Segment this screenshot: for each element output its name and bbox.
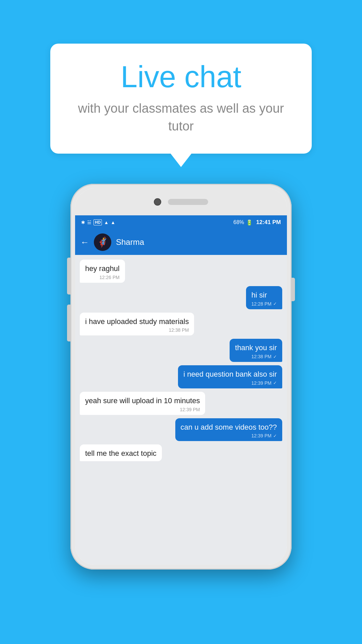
message-time: 12:39 PM (180, 407, 200, 412)
phone-screen: ✱ ☱ HD ▲ ▲ 68% 🔋 12:41 PM ← (75, 215, 287, 565)
status-bar: ✱ ☱ HD ▲ ▲ 68% 🔋 12:41 PM (75, 215, 287, 229)
avatar-icon: 🦸 (97, 237, 109, 247)
message-text: yeah sure will upload in 10 minutes (85, 396, 200, 406)
message-row: hi sir12:28 PM✓ (80, 286, 282, 309)
speech-bubble: Live chat with your classmates as well a… (50, 44, 312, 154)
message-time: 12:38 PM (169, 327, 189, 333)
message-row: can u add some videos too??12:39 PM✓ (80, 418, 282, 441)
phone-speaker (168, 199, 208, 205)
battery-icon: 🔋 (246, 219, 253, 226)
message-checkmark: ✓ (273, 301, 277, 306)
front-camera (154, 198, 161, 206)
message-meta: 12:39 PM✓ (183, 380, 277, 386)
contact-name: Sharma (116, 237, 144, 247)
phone-top-bezel (75, 189, 287, 215)
message-bubble: can u add some videos too??12:39 PM✓ (175, 418, 282, 441)
message-text: can u add some videos too?? (181, 422, 277, 432)
message-time: 12:39 PM (251, 433, 272, 438)
message-bubble: yeah sure will upload in 10 minutes12:39… (80, 392, 205, 415)
message-row: i need question bank also sir12:39 PM✓ (80, 365, 282, 388)
message-time: 12:38 PM (251, 354, 272, 359)
chat-messages: hey raghul12:26 PMhi sir12:28 PM✓i have … (75, 255, 287, 565)
status-right: 68% 🔋 12:41 PM (233, 219, 281, 226)
contact-avatar: 🦸 (94, 233, 111, 251)
message-row: yeah sure will upload in 10 minutes12:39… (80, 392, 282, 415)
signal-icon: ☱ (87, 220, 92, 225)
phone-inner: ✱ ☱ HD ▲ ▲ 68% 🔋 12:41 PM ← (75, 189, 287, 565)
status-time: 12:41 PM (256, 219, 281, 226)
back-button[interactable]: ← (80, 237, 89, 248)
message-bubble: i have uploaded study materials12:38 PM (80, 313, 194, 336)
message-meta: 12:39 PM (85, 407, 200, 412)
message-meta: 12:38 PM (85, 327, 189, 333)
message-checkmark: ✓ (273, 433, 277, 438)
message-meta: 12:38 PM✓ (235, 354, 277, 359)
phone-mockup: ✱ ☱ HD ▲ ▲ 68% 🔋 12:41 PM ← (70, 184, 292, 570)
message-text: hey raghul (85, 264, 120, 274)
status-left-icons: ✱ ☱ HD ▲ ▲ (81, 219, 115, 225)
message-bubble: tell me the exact topic (80, 444, 162, 461)
signal2-icon: ▲ (111, 220, 115, 225)
message-row: hey raghul12:26 PM (80, 260, 282, 283)
message-checkmark: ✓ (273, 354, 277, 359)
message-time: 12:26 PM (100, 275, 120, 280)
message-row: tell me the exact topic (80, 444, 282, 461)
message-bubble: hey raghul12:26 PM (80, 260, 125, 283)
message-row: thank you sir12:38 PM✓ (80, 339, 282, 362)
message-text: i need question bank also sir (183, 369, 277, 379)
message-meta: 12:39 PM✓ (181, 433, 277, 438)
message-bubble: hi sir12:28 PM✓ (246, 286, 282, 309)
message-row: i have uploaded study materials12:38 PM (80, 313, 282, 336)
bluetooth-icon: ✱ (81, 220, 85, 225)
hd-icon: HD (94, 219, 102, 225)
message-text: hi sir (251, 290, 277, 300)
battery-percent: 68% (233, 219, 244, 225)
message-bubble: i need question bank also sir12:39 PM✓ (178, 365, 282, 388)
phone-outer: ✱ ☱ HD ▲ ▲ 68% 🔋 12:41 PM ← (70, 184, 292, 570)
bubble-subtitle: with your classmates as well as your tut… (74, 100, 288, 135)
message-time: 12:28 PM (251, 301, 272, 307)
chat-header: ← 🦸 Sharma (75, 229, 287, 255)
message-checkmark: ✓ (273, 380, 277, 385)
bubble-title: Live chat (74, 60, 288, 94)
message-time: 12:39 PM (251, 380, 272, 386)
message-text: thank you sir (235, 343, 277, 353)
message-meta: 12:26 PM (85, 275, 120, 280)
wifi-icon: ▲ (104, 220, 109, 225)
message-text: tell me the exact topic (85, 448, 157, 459)
message-text: i have uploaded study materials (85, 317, 189, 327)
message-bubble: thank you sir12:38 PM✓ (230, 339, 282, 362)
message-meta: 12:28 PM✓ (251, 301, 277, 307)
